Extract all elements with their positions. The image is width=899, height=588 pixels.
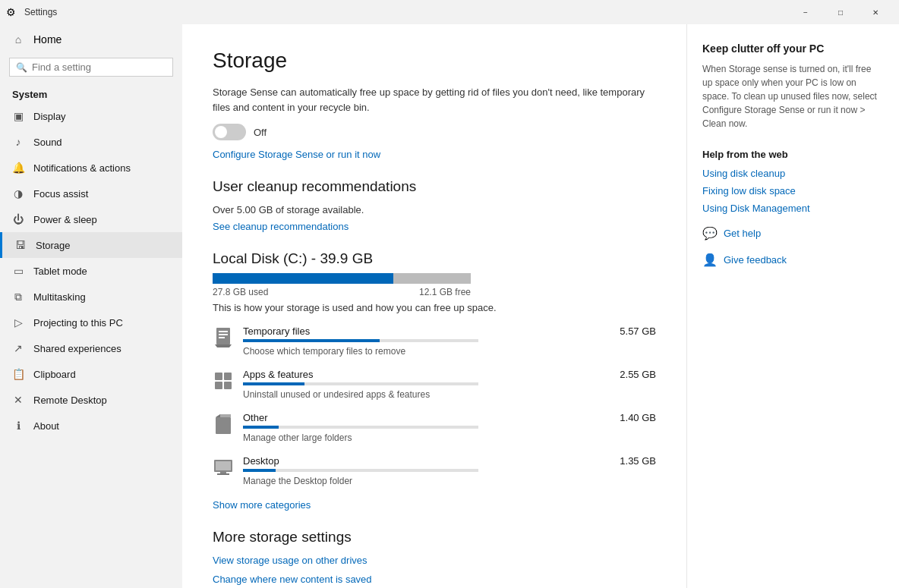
- sidebar-item-clipboard[interactable]: 📋 Clipboard: [0, 361, 182, 387]
- storage-sense-toggle[interactable]: [213, 124, 246, 140]
- right-panel: Keep clutter off your PC When Storage se…: [686, 24, 899, 588]
- apps-name: Apps & features: [243, 369, 314, 380]
- storage-icon: 🖫: [14, 239, 27, 251]
- sidebar-item-multitasking[interactable]: ⧉ Multitasking: [0, 284, 182, 310]
- storage-item-temp[interactable]: Temporary files 5.57 GB Choose which tem…: [213, 325, 656, 357]
- search-input[interactable]: [32, 61, 166, 73]
- sidebar-item-home[interactable]: ⌂ Home: [0, 24, 182, 55]
- svg-rect-7: [224, 382, 232, 389]
- sidebar-item-projecting[interactable]: ▷ Projecting to this PC: [0, 310, 182, 335]
- storage-item-desktop[interactable]: Desktop 1.35 GB Manage the Desktop folde…: [213, 455, 656, 486]
- temp-files-name: Temporary files: [243, 325, 310, 337]
- temp-files-details: Temporary files 5.57 GB Choose which tem…: [243, 325, 656, 357]
- search-box[interactable]: 🔍: [9, 58, 173, 77]
- see-cleanup-link[interactable]: See cleanup recommendations: [213, 221, 349, 232]
- sidebar-item-label: Projecting to this PC: [33, 317, 123, 329]
- maximize-button[interactable]: □: [823, 0, 858, 24]
- get-help-icon: 💬: [702, 226, 718, 241]
- disk-labels: 27.8 GB used 12.1 GB free: [213, 287, 471, 297]
- shared-icon: ↗: [12, 342, 24, 354]
- minimize-button[interactable]: −: [788, 0, 823, 24]
- other-bar-bg: [243, 426, 478, 429]
- display-icon: ▣: [12, 110, 24, 122]
- sidebar-item-label: Sound: [33, 137, 62, 148]
- sidebar-item-label: Remote Desktop: [33, 395, 107, 406]
- window-controls: − □ ✕: [788, 0, 893, 24]
- sidebar-item-about[interactable]: ℹ About: [0, 413, 182, 439]
- get-help-label: Get help: [724, 228, 761, 239]
- home-icon: ⌂: [12, 33, 24, 46]
- svg-rect-6: [215, 382, 222, 389]
- svg-rect-2: [219, 334, 228, 335]
- sidebar-item-sound[interactable]: ♪ Sound: [0, 129, 182, 155]
- using-disk-management-link[interactable]: Using Disk Management: [702, 203, 884, 214]
- svg-rect-5: [224, 373, 232, 380]
- desktop-name: Desktop: [243, 455, 279, 467]
- get-help-link[interactable]: 💬 Get help: [702, 226, 884, 241]
- apps-icon: [213, 370, 234, 391]
- temp-files-bar: [243, 339, 380, 342]
- storage-item-other[interactable]: Other 1.40 GB Manage other large folders: [213, 412, 656, 443]
- other-size: 1.40 GB: [620, 412, 656, 423]
- disk-title: Local Disk (C:) - 39.9 GB: [213, 250, 656, 267]
- using-disk-cleanup-link[interactable]: Using disk cleanup: [702, 168, 884, 179]
- apps-bar: [243, 382, 304, 385]
- svg-rect-12: [217, 473, 229, 475]
- desktop-header: Desktop 1.35 GB: [243, 455, 656, 467]
- power-icon: ⏻: [12, 213, 24, 225]
- sidebar-home-label: Home: [33, 33, 62, 46]
- sidebar-item-focus[interactable]: ◑ Focus assist: [0, 181, 182, 206]
- sidebar-item-remote[interactable]: ✕ Remote Desktop: [0, 387, 182, 413]
- svg-rect-4: [215, 373, 222, 380]
- disk-free-label: 12.1 GB free: [419, 287, 471, 297]
- storage-sense-toggle-row: Off: [213, 124, 656, 140]
- apps-bar-bg: [243, 382, 478, 385]
- toggle-knob: [215, 126, 227, 138]
- sidebar-item-label: About: [33, 420, 59, 432]
- keep-clutter-title: Keep clutter off your PC: [702, 42, 884, 55]
- sound-icon: ♪: [12, 136, 24, 148]
- temp-files-icon: [213, 327, 234, 348]
- more-settings-title: More storage settings: [213, 529, 656, 546]
- page-title: Storage: [213, 49, 656, 73]
- sidebar-item-label: Power & sleep: [33, 214, 97, 225]
- fixing-low-disk-link[interactable]: Fixing low disk space: [702, 185, 884, 197]
- app-body: ⌂ Home 🔍 System ▣ Display ♪ Sound 🔔 Noti…: [0, 24, 899, 588]
- sidebar-item-label: Storage: [36, 240, 71, 251]
- sidebar-item-tablet[interactable]: ▭ Tablet mode: [0, 258, 182, 284]
- close-button[interactable]: ✕: [858, 0, 893, 24]
- other-name: Other: [243, 412, 268, 423]
- svg-rect-0: [216, 328, 230, 344]
- sidebar-item-display[interactable]: ▣ Display: [0, 103, 182, 129]
- sidebar-section-label: System: [0, 83, 182, 103]
- sidebar-item-shared[interactable]: ↗ Shared experiences: [0, 335, 182, 361]
- titlebar: ⚙ Settings − □ ✕: [0, 0, 899, 24]
- sidebar-item-label: Multitasking: [33, 291, 86, 303]
- multitasking-icon: ⧉: [12, 291, 24, 303]
- storage-item-apps[interactable]: Apps & features 2.55 GB Uninstall unused…: [213, 369, 656, 400]
- projecting-icon: ▷: [12, 316, 24, 329]
- svg-rect-3: [219, 337, 225, 338]
- disk-bar-used: [213, 273, 393, 284]
- sidebar-item-label: Tablet mode: [33, 266, 87, 277]
- disk-bar: [213, 273, 471, 284]
- other-sub: Manage other large folders: [243, 432, 352, 443]
- view-storage-usage-link[interactable]: View storage usage on other drives: [213, 555, 656, 566]
- sidebar-item-label: Focus assist: [33, 188, 88, 200]
- notifications-icon: 🔔: [12, 162, 24, 174]
- desktop-size: 1.35 GB: [620, 455, 656, 467]
- sidebar-item-power[interactable]: ⏻ Power & sleep: [0, 206, 182, 232]
- disk-used-label: 27.8 GB used: [213, 287, 268, 297]
- sidebar-item-storage[interactable]: 🖫 Storage: [0, 232, 182, 258]
- give-feedback-link[interactable]: 👤 Give feedback: [702, 253, 884, 267]
- focus-icon: ◑: [12, 187, 24, 200]
- sidebar-item-notifications[interactable]: 🔔 Notifications & actions: [0, 155, 182, 181]
- change-new-content-link[interactable]: Change where new content is saved: [213, 574, 656, 585]
- apps-header: Apps & features 2.55 GB: [243, 369, 656, 380]
- apps-size: 2.55 GB: [620, 369, 656, 380]
- titlebar-title: Settings: [24, 7, 788, 17]
- other-bar: [243, 426, 279, 429]
- desktop-bar: [243, 469, 276, 472]
- show-more-categories-link[interactable]: Show more categories: [213, 499, 311, 511]
- configure-storage-sense-link[interactable]: Configure Storage Sense or run it now: [213, 149, 380, 160]
